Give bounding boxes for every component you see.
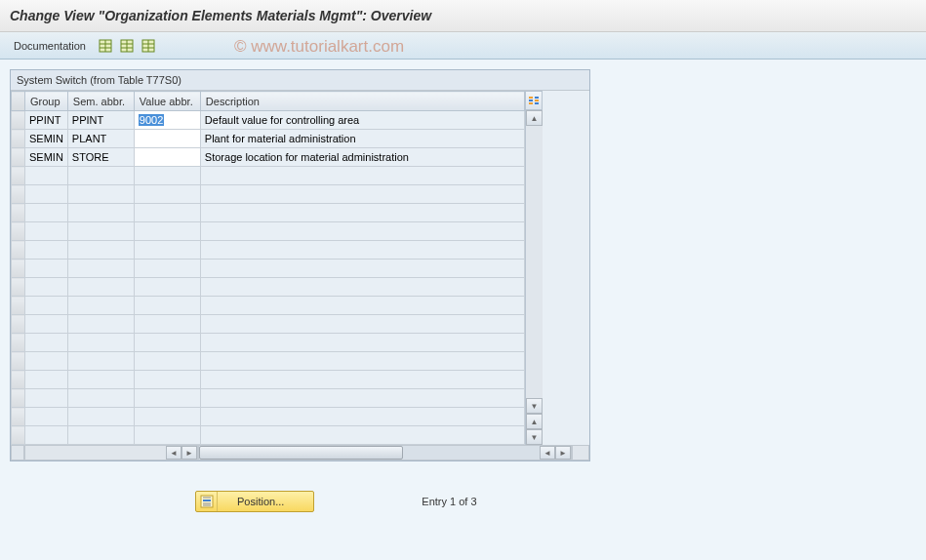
row-selector[interactable] xyxy=(12,426,25,445)
cell-value[interactable] xyxy=(134,167,200,185)
cell-sem xyxy=(67,185,134,204)
table-row xyxy=(12,222,525,241)
cell-sem xyxy=(67,222,134,241)
table-row xyxy=(12,426,525,445)
cell-value[interactable] xyxy=(134,426,200,445)
cell-sem: PPINT xyxy=(67,111,134,130)
row-selector[interactable] xyxy=(12,260,25,278)
documentation-button[interactable]: Documentation xyxy=(8,38,92,54)
position-icon xyxy=(196,492,218,511)
cell-group xyxy=(25,204,68,222)
cell-group xyxy=(25,260,68,278)
cell-sem: STORE xyxy=(67,148,134,167)
cell-value[interactable] xyxy=(134,334,200,352)
entry-counter: Entry 1 of 3 xyxy=(422,496,476,507)
row-selector[interactable] xyxy=(12,371,25,389)
row-selector[interactable] xyxy=(12,111,25,130)
table-row xyxy=(12,278,525,297)
cell-group xyxy=(25,315,68,334)
table-row xyxy=(12,260,525,278)
title-bar: Change View "Organization Elements Mater… xyxy=(0,0,926,32)
cell-desc: Plant for material administration xyxy=(200,130,524,148)
row-selector[interactable] xyxy=(12,130,25,148)
cell-value[interactable] xyxy=(134,408,200,426)
table-icon-2[interactable] xyxy=(119,38,135,54)
cell-value[interactable] xyxy=(134,204,200,222)
cell-group xyxy=(25,389,68,408)
row-selector[interactable] xyxy=(12,408,25,426)
cell-sem xyxy=(67,352,134,371)
scroll-up-icon[interactable]: ▲ xyxy=(526,110,543,126)
row-selector[interactable] xyxy=(12,297,25,315)
table-icon-1[interactable] xyxy=(98,38,113,54)
table-row: SEMINSTOREStorage location for material … xyxy=(12,148,525,167)
cell-value[interactable] xyxy=(134,389,200,408)
cell-group: SEMIN xyxy=(25,130,68,148)
cell-sem xyxy=(67,334,134,352)
col-header-value[interactable]: Value abbr. xyxy=(134,92,200,111)
page-title: Change View "Organization Elements Mater… xyxy=(10,8,431,23)
cell-value[interactable] xyxy=(134,260,200,278)
cell-desc xyxy=(200,315,524,334)
col-header-sem[interactable]: Sem. abbr. xyxy=(67,92,134,111)
grid-title: System Switch (from Table T77S0) xyxy=(11,70,589,91)
cell-sem xyxy=(67,167,134,185)
cell-desc xyxy=(200,426,524,445)
cell-desc xyxy=(200,297,524,315)
cell-group xyxy=(25,185,68,204)
cell-sem: PLANT xyxy=(67,130,134,148)
table-row xyxy=(12,389,525,408)
row-selector[interactable] xyxy=(12,352,25,371)
row-selector[interactable] xyxy=(12,185,25,204)
row-selector[interactable] xyxy=(12,148,25,167)
cell-group xyxy=(25,241,68,260)
cell-value[interactable] xyxy=(134,352,200,371)
row-selector[interactable] xyxy=(12,389,25,408)
vscroll-track[interactable] xyxy=(526,126,543,398)
cell-value[interactable] xyxy=(134,241,200,260)
cell-sem xyxy=(67,389,134,408)
cell-value[interactable]: 9002 xyxy=(134,111,200,130)
horizontal-scrollbar: ◄ ► ◄ ► xyxy=(11,445,589,460)
cell-value[interactable] xyxy=(134,297,200,315)
hscroll-thumb[interactable] xyxy=(199,446,403,460)
row-selector[interactable] xyxy=(12,204,25,222)
position-button[interactable]: Position... xyxy=(195,491,314,512)
cell-desc xyxy=(200,241,524,260)
hscroll-left1-icon[interactable]: ◄ xyxy=(166,446,181,460)
row-selector[interactable] xyxy=(12,167,25,185)
table-row xyxy=(12,408,525,426)
row-selector[interactable] xyxy=(12,315,25,334)
sort-button[interactable] xyxy=(525,91,543,110)
cell-value[interactable] xyxy=(134,222,200,241)
vertical-scrollbar[interactable]: ▲ ▼ ▲ ▼ xyxy=(525,110,543,445)
scroll-down-icon[interactable]: ▼ xyxy=(526,398,543,414)
hscroll-right1-icon[interactable]: ► xyxy=(181,446,197,460)
table-icon-3[interactable] xyxy=(141,38,156,54)
scroll-down2-icon[interactable]: ▼ xyxy=(526,429,543,445)
cell-value[interactable] xyxy=(134,185,200,204)
hscroll-right2-icon[interactable]: ► xyxy=(555,446,571,460)
scroll-up2-icon[interactable]: ▲ xyxy=(526,414,543,429)
row-selector[interactable] xyxy=(12,278,25,297)
row-selector[interactable] xyxy=(12,334,25,352)
cell-value[interactable] xyxy=(134,130,200,148)
row-selector[interactable] xyxy=(12,241,25,260)
col-header-desc[interactable]: Description xyxy=(200,92,524,111)
hscroll-left2-icon[interactable]: ◄ xyxy=(540,446,555,460)
cell-sem xyxy=(67,204,134,222)
cell-sem xyxy=(67,371,134,389)
cell-sem xyxy=(67,315,134,334)
cell-value[interactable] xyxy=(134,315,200,334)
cell-group xyxy=(25,408,68,426)
cell-value[interactable] xyxy=(134,371,200,389)
row-selector[interactable] xyxy=(12,222,25,241)
cell-value[interactable] xyxy=(134,148,200,167)
select-all-header[interactable] xyxy=(12,92,25,111)
table-row: PPINTPPINT9002Default value for controll… xyxy=(12,111,525,130)
cell-value[interactable] xyxy=(134,278,200,297)
col-header-group[interactable]: Group xyxy=(25,92,68,111)
svg-rect-19 xyxy=(203,500,211,501)
cell-desc xyxy=(200,371,524,389)
hscroll-track[interactable] xyxy=(199,446,540,460)
